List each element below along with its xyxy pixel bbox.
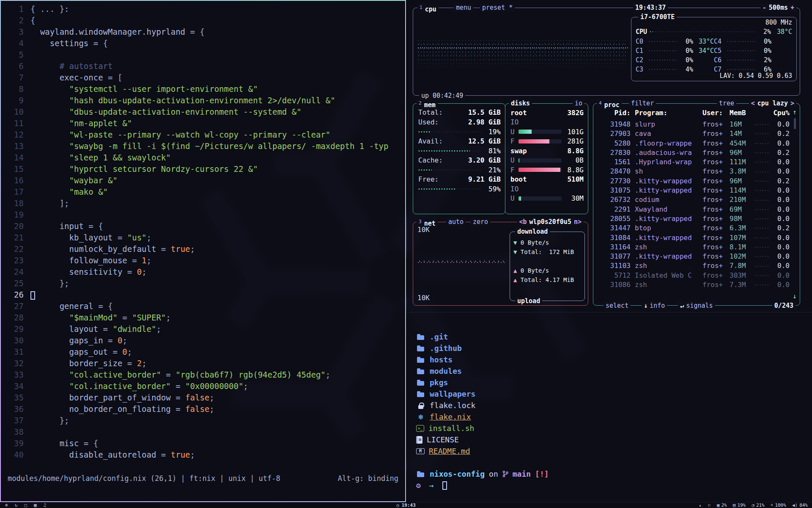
header-mem[interactable]: MemB [730,109,753,117]
scroll-up-icon[interactable]: ↑ [793,108,797,116]
scroll-down-icon[interactable]: ↓ [793,292,797,300]
memory-icon: ▤ [733,502,736,508]
waybar-cpu-module[interactable]: ▣2% [717,502,727,508]
net-interface-switcher[interactable]: <bwlp0s20f0u5n> [517,218,584,226]
proc-box-title[interactable]: 4proc [597,99,622,109]
process-row[interactable]: 28470shfros+3.8M0.0 [598,167,790,176]
disks-io-toggle[interactable]: io [573,99,584,108]
folder-icon [416,378,425,387]
process-row[interactable]: 31075.kitty-wrappedfros+114M0.0 [598,186,790,195]
sort-next-button[interactable]: > [790,99,794,107]
process-row[interactable]: 31086zshfros+7.3M0.0 [598,280,790,290]
code-token: = [118,313,132,322]
code-text: follow_mouse = 1; [30,255,151,266]
footer-label: signals [686,302,713,309]
disk-io-row: IO [510,184,584,194]
waybar-brightness-module[interactable]: ☀100% [771,502,786,508]
net-scale-bottom: 10K [417,294,430,302]
sort-prev-button[interactable]: < [751,99,755,107]
clock: 19:43:37 [633,3,668,12]
process-row[interactable]: 1561.Hyprland-wrapfros+111M0.0 [598,157,790,167]
terminal-cursor [442,481,447,490]
waybar-volume-module[interactable]: ◀)84% [792,502,808,508]
process-cpu: 0.0 [771,214,790,224]
line-number: 4 [3,38,24,49]
terminal-pane[interactable]: .git.githubhostsmodulespkgswallpapersfla… [407,312,812,502]
refresh-rate-value: 500ms [769,4,788,11]
cpu-frequency: 800 MHz [765,19,792,26]
process-cpu: 0.0 [771,120,790,129]
net-auto-toggle[interactable]: auto [446,218,466,226]
waybar-music-icon[interactable]: ♫ [44,502,47,508]
process-mem: 14M [730,129,753,138]
process-row[interactable]: 27730.kitty-wrappedfros+96M0.2 [598,177,790,186]
process-leader [754,170,770,174]
header-pid[interactable]: Pid: [598,109,631,117]
iface-next-button[interactable]: n> [574,218,582,226]
waybar-tray-dots-module[interactable]: ⠶ [708,502,711,508]
process-row[interactable]: 31084.kitty-wrappedfros+107M0.0 [598,233,790,243]
proc-footer-signals-button[interactable]: ↵signals [678,301,715,310]
process-row[interactable]: 31077.kitty-wrappedfros+102M0.0 [598,252,790,261]
process-row[interactable]: 26732codiumfros+210M0.0 [598,195,790,204]
proc-header-row[interactable]: Pid: Program: User: MemB Cpu% [598,109,790,117]
refresh-minus-button[interactable]: - [763,4,766,11]
process-row[interactable]: 31948slurpfros+16M0.0 [598,120,790,129]
process-row[interactable]: 27830.audacious-wrafros+96M0.2 [598,148,790,157]
disk-meter-label: U [510,128,516,136]
proc-sort-control[interactable]: <cpu lazy> [749,99,796,108]
process-row[interactable]: 5280.floorp-wrappefros+454M0.0 [598,139,790,148]
waybar-display-icon[interactable]: ▢ [24,502,27,508]
waybar-keyboard-icon[interactable]: ▦ [34,502,37,508]
shell-input-line[interactable]: ⚙ → [416,480,812,491]
preset-button[interactable]: preset * [480,3,515,12]
process-row[interactable]: 31103zshfros+7.8M0.0 [598,261,790,271]
core-temp: 34°C [695,47,714,55]
refresh-plus-button[interactable]: + [790,4,794,11]
cpu-box-title[interactable]: 1cpu [417,3,439,14]
mem-label: Free: [418,175,439,185]
core-name: C6 [714,56,725,64]
cpu-core-row: C50% [714,46,792,55]
proc-tree-toggle[interactable]: tree [717,99,736,108]
process-user: fros+ [702,177,730,186]
code-area[interactable]: 1{ ... }:2{3 wayland.windowManager.hyprl… [3,3,405,461]
line-number: 9 [3,95,24,106]
waybar-memory-module[interactable]: ▤19% [733,502,746,508]
waybar-clock-module[interactable]: ◷ 19:43 [396,502,416,508]
process-row[interactable]: 27903cavafros+14M0.2 [598,129,790,138]
process-user: fros+ [702,157,730,167]
process-row[interactable]: 5712Isolated Web Cfros+303M0.0 [598,271,790,280]
net-zero-toggle[interactable]: zero [471,218,490,226]
process-row[interactable]: 2291Xwaylandfros+69M0.0 [598,205,790,214]
waybar-tray-expand-module[interactable]: ▴ [699,502,702,508]
menu-button[interactable]: menu [454,3,473,12]
proc-footer-info-button[interactable]: ↓info [642,301,667,310]
code-text: border_size = 2; [30,358,147,369]
header-program[interactable]: Program: [631,109,702,117]
upload-label-chip: upload [515,297,542,305]
mem-meter-fill [418,130,431,134]
waybar-power-icon[interactable]: ↻ [15,502,18,508]
process-list[interactable]: 31948slurpfros+16M0.027903cavafros+14M0.… [598,120,790,298]
code-token: gaps_in [30,336,103,345]
process-name: .kitty-wrapped [631,177,702,186]
process-row[interactable]: 28055.kitty-wrappedfros+98M0.0 [598,214,790,224]
refresh-rate-control[interactable]: -500ms+ [760,3,796,12]
scrollbar-thumb[interactable] [794,118,796,129]
proc-footer-select-button[interactable]: select [604,301,631,310]
editor-pane[interactable]: 1{ ... }:2{3 wayland.windowManager.hyprl… [0,0,406,502]
line-number: 38 [3,426,24,438]
iface-prev-button[interactable]: <b [519,218,527,226]
line-number: 25 [3,278,24,289]
process-row[interactable]: 31164zshfros+8.1M0.0 [598,243,790,252]
waybar-nixos-icon[interactable]: ❄ [5,502,8,508]
disks-box-title[interactable]: disks [509,99,532,108]
header-cpu[interactable]: Cpu% [771,109,790,117]
waybar-temperature-module[interactable]: ◔21% [752,502,765,508]
waybar-right-modules: ▴⠶▣2%▤19%◔21%☀100%◀)84% [699,502,808,508]
proc-filter-button[interactable]: filter [629,99,656,108]
header-user[interactable]: User: [702,109,730,117]
core-name: C0 [636,38,647,45]
process-row[interactable]: 31447btopfros+6.3M0.2 [598,224,790,233]
